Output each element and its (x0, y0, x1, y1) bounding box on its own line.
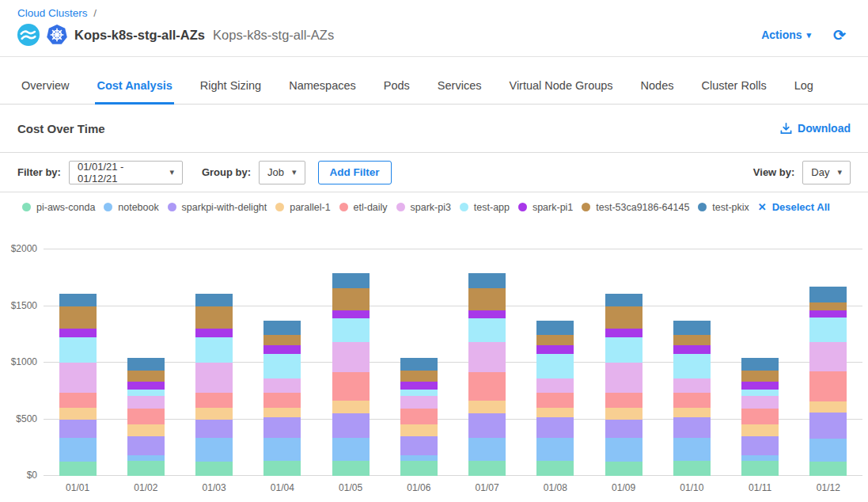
bar-segment-sparkpi-with-delight (809, 413, 847, 439)
stacked-bar-01-10[interactable] (673, 321, 711, 476)
legend-item-etl-daily[interactable]: etl-daily (339, 202, 388, 213)
bar-segment-sparkpi-with-delight (127, 436, 165, 455)
caret-down-icon: ▾ (837, 168, 842, 177)
bar-segment-pi-aws-conda (332, 461, 370, 476)
bar-segment-sparkpi-with-delight (59, 420, 97, 439)
group-by-select[interactable]: Job ▾ (259, 161, 305, 184)
bar-segment-spark-pi3 (536, 378, 574, 393)
y-axis-tick-label: $0 (27, 470, 37, 481)
bar-segment-pi-aws-conda (59, 462, 97, 476)
bar-segment-test-pkix (536, 321, 574, 335)
download-label: Download (798, 122, 851, 135)
x-axis-tick-label: 01/09 (589, 482, 658, 493)
stacked-bar-01-09[interactable] (605, 294, 642, 476)
legend-dot-icon (275, 203, 284, 211)
legend-item-test-53ca9186-64145[interactable]: test-53ca9186-64145 (582, 202, 689, 213)
tab-pods[interactable]: Pods (382, 65, 411, 105)
x-axis-tick-label: 01/08 (521, 482, 589, 493)
legend-item-spark-pi1[interactable]: spark-pi1 (518, 202, 573, 213)
group-by-label: Group by: (202, 166, 251, 178)
legend-label: test-53ca9186-64145 (596, 202, 689, 213)
add-filter-button[interactable]: Add Filter (318, 161, 392, 184)
bar-slot-01-12 (794, 249, 862, 476)
x-axis-tick-label: 01/02 (112, 482, 180, 493)
stacked-bar-01-01[interactable] (59, 294, 97, 476)
tab-right-sizing[interactable]: Right Sizing (199, 65, 263, 105)
bar-segment-spark-pi1 (741, 382, 779, 390)
deselect-all-button[interactable]: ✕Deselect All (758, 201, 830, 213)
bar-segment-parallel-1 (536, 408, 574, 418)
bar-segment-parallel-1 (809, 401, 847, 413)
top-bar: Cloud Clusters / Kops-k8s-stg-al (0, 0, 868, 57)
bar-segment-notebook (332, 438, 370, 461)
legend-item-sparkpi-with-delight[interactable]: sparkpi-with-delight (168, 202, 267, 213)
bar-segment-sparkpi-with-delight (536, 417, 574, 438)
bar-segment-pi-aws-conda (605, 462, 642, 476)
bar-segment-notebook (400, 455, 438, 461)
view-by-select[interactable]: Day ▾ (802, 161, 851, 184)
legend-label: pi-aws-conda (36, 202, 95, 213)
legend-item-test-pkix[interactable]: test-pkix (698, 202, 749, 213)
refresh-icon[interactable]: ⟳ (833, 26, 846, 44)
tab-services[interactable]: Services (436, 65, 483, 105)
tab-namespaces[interactable]: Namespaces (287, 65, 358, 105)
kubernetes-logo-icon (46, 24, 68, 46)
tab-nodes[interactable]: Nodes (639, 65, 676, 105)
chart-legend: pi-aws-condanotebooksparkpi-with-delight… (0, 192, 868, 222)
tab-virtual-node-groups[interactable]: Virtual Node Groups (507, 65, 614, 105)
legend-label: test-app (474, 202, 510, 213)
bar-segment-sparkpi-with-delight (605, 420, 642, 439)
tab-cost-analysis[interactable]: Cost Analysis (95, 65, 173, 105)
tab-overview[interactable]: Overview (20, 65, 70, 105)
legend-label: spark-pi1 (533, 202, 573, 213)
cost-over-time-chart: $0$500$1000$1500$2000 01/0101/0201/0301/… (0, 222, 868, 502)
download-icon (780, 123, 792, 135)
tab-log[interactable]: Log (793, 65, 815, 105)
date-range-select[interactable]: 01/01/21 - 01/12/21 ▾ (69, 161, 183, 184)
stacked-bar-01-08[interactable] (536, 321, 574, 476)
stacked-bar-01-05[interactable] (332, 273, 370, 476)
bar-segment-test-pkix (127, 358, 165, 371)
legend-item-parallel-1[interactable]: parallel-1 (275, 202, 330, 213)
stacked-bar-01-03[interactable] (195, 294, 233, 476)
breadcrumb-separator: / (93, 7, 97, 19)
bar-segment-parallel-1 (332, 401, 370, 413)
bar-segment-spark-pi3 (195, 363, 233, 393)
stacked-bar-01-12[interactable] (809, 287, 847, 476)
view-by-value: Day (811, 166, 829, 178)
bar-segment-pi-aws-conda (536, 461, 574, 476)
stacked-bar-01-06[interactable] (400, 358, 438, 476)
x-axis-tick-label: 01/12 (794, 482, 862, 493)
bar-segment-notebook (673, 438, 711, 461)
breadcrumb-link-cloud-clusters[interactable]: Cloud Clusters (17, 7, 88, 19)
bar-slot-01-06 (385, 249, 453, 476)
bar-segment-spark-pi1 (59, 329, 97, 337)
bar-segment-spark-pi3 (605, 363, 642, 393)
bar-segment-parallel-1 (127, 424, 165, 436)
x-axis-labels: 01/0101/0201/0301/0401/0501/0601/0701/08… (44, 482, 862, 493)
legend-item-notebook[interactable]: notebook (104, 202, 158, 213)
bar-segment-spark-pi3 (400, 396, 438, 409)
x-axis-tick-label: 01/07 (453, 482, 521, 493)
legend-item-test-app[interactable]: test-app (460, 202, 510, 213)
stacked-bar-01-04[interactable] (263, 321, 301, 476)
stacked-bar-01-11[interactable] (741, 358, 779, 476)
stacked-bar-01-02[interactable] (127, 358, 165, 476)
legend-item-pi-aws-conda[interactable]: pi-aws-conda (22, 202, 95, 213)
bar-segment-test-53ca9186-64145 (263, 335, 301, 345)
bar-segment-test-53ca9186-64145 (536, 335, 574, 345)
bar-segment-spark-pi3 (332, 342, 370, 373)
filter-by-label: Filter by: (17, 166, 61, 178)
bar-segment-parallel-1 (195, 408, 233, 419)
actions-button[interactable]: Actions ▾ (761, 29, 811, 41)
bar-segment-parallel-1 (400, 424, 438, 436)
bar-segment-parallel-1 (263, 408, 301, 418)
legend-dot-icon (104, 203, 112, 211)
stacked-bar-01-07[interactable] (468, 273, 506, 476)
bar-segment-test-app (536, 354, 574, 378)
legend-item-spark-pi3[interactable]: spark-pi3 (396, 202, 451, 213)
bar-segment-test-53ca9186-64145 (741, 371, 779, 382)
download-button[interactable]: Download (780, 122, 851, 135)
bar-segment-test-pkix (468, 273, 506, 288)
tab-cluster-rolls[interactable]: Cluster Rolls (700, 65, 768, 105)
